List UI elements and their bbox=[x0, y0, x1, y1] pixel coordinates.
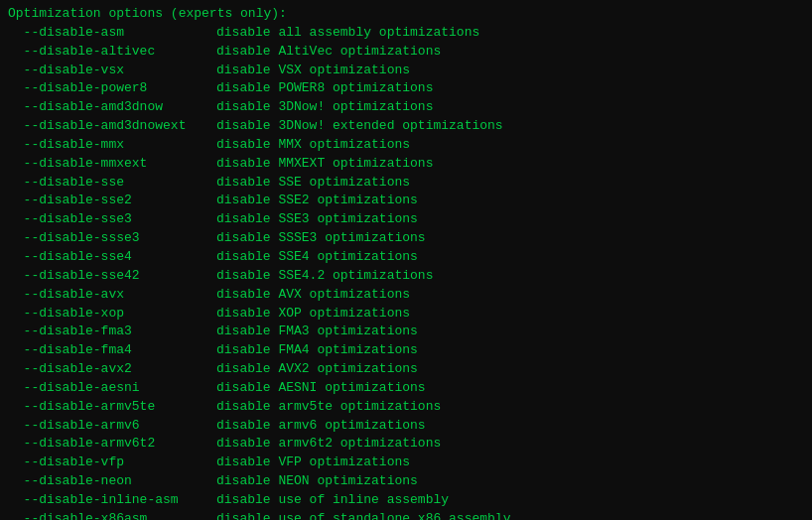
table-row: --disable-sse42 disable SSE4.2 optimizat… bbox=[8, 267, 804, 286]
flag-description: disable SSE3 optimizations bbox=[216, 210, 418, 229]
table-row: --disable-sse disable SSE optimizations bbox=[8, 174, 804, 193]
flag-option: --disable-avx2 bbox=[8, 360, 216, 379]
flag-option: --disable-asm bbox=[8, 24, 216, 43]
flag-description: disable use of inline assembly bbox=[216, 491, 449, 510]
table-row: --disable-sse4 disable SSE4 optimization… bbox=[8, 248, 804, 267]
flag-description: disable POWER8 optimizations bbox=[216, 79, 433, 98]
flag-option: --disable-armv6 bbox=[8, 417, 216, 436]
flag-description: disable AVX2 optimizations bbox=[216, 360, 418, 379]
table-row: --disable-aesni disable AESNI optimizati… bbox=[8, 379, 804, 398]
flag-option: --disable-fma3 bbox=[8, 323, 216, 341]
flag-description: disable AltiVec optimizations bbox=[216, 43, 441, 62]
table-row: --disable-vfp disable VFP optimizations bbox=[8, 454, 804, 472]
header-line: Optimization options (experts only): bbox=[8, 5, 804, 24]
flag-description: disable SSSE3 optimizations bbox=[216, 229, 426, 248]
table-row: --disable-altivec disable AltiVec optimi… bbox=[8, 43, 804, 62]
flag-description: disable SSE2 optimizations bbox=[216, 192, 418, 210]
flag-option: --disable-mmxext bbox=[8, 155, 216, 174]
flag-option: --disable-neon bbox=[8, 472, 216, 491]
flag-description: disable VFP optimizations bbox=[216, 454, 410, 472]
terminal-output: Optimization options (experts only): --d… bbox=[8, 5, 804, 520]
flag-option: --disable-sse2 bbox=[8, 192, 216, 210]
table-row: --disable-fma3 disable FMA3 optimization… bbox=[8, 323, 804, 341]
flag-description: disable armv5te optimizations bbox=[216, 398, 441, 417]
table-row: --disable-amd3dnowextdisable 3DNow! exte… bbox=[8, 117, 804, 136]
flag-description: disable FMA3 optimizations bbox=[216, 323, 418, 341]
flag-description: disable AVX optimizations bbox=[216, 286, 410, 305]
table-row: --disable-xop disable XOP optimizations bbox=[8, 305, 804, 324]
flag-description: disable FMA4 optimizations bbox=[216, 341, 418, 360]
table-row: --disable-mmx disable MMX optimizations bbox=[8, 136, 804, 155]
flag-option: --disable-x86asm bbox=[8, 510, 216, 520]
flag-description: disable AESNI optimizations bbox=[216, 379, 426, 398]
flag-option: --disable-inline-asm bbox=[8, 491, 216, 510]
flag-description: disable 3DNow! optimizations bbox=[216, 98, 433, 117]
flag-option: --disable-sse bbox=[8, 174, 216, 193]
table-row: --disable-amd3dnow disable 3DNow! optimi… bbox=[8, 98, 804, 117]
flag-option: --disable-fma4 bbox=[8, 341, 216, 360]
flag-description: disable NEON optimizations bbox=[216, 472, 418, 491]
flag-option: --disable-mmx bbox=[8, 136, 216, 155]
flag-option: --disable-xop bbox=[8, 305, 216, 324]
table-row: --disable-sse3 disable SSE3 optimization… bbox=[8, 210, 804, 229]
flag-option: --disable-vsx bbox=[8, 62, 216, 80]
table-row: --disable-armv6 disable armv6 optimizati… bbox=[8, 417, 804, 436]
flag-option: --disable-sse42 bbox=[8, 267, 216, 286]
table-row: --disable-sse2 disable SSE2 optimization… bbox=[8, 192, 804, 210]
flag-description: disable MMXEXT optimizations bbox=[216, 155, 433, 174]
table-row: --disable-mmxext disable MMXEXT optimiza… bbox=[8, 155, 804, 174]
flag-option: --disable-sse4 bbox=[8, 248, 216, 267]
flag-option: --disable-armv6t2 bbox=[8, 435, 216, 454]
table-row: --disable-inline-asmdisable use of inlin… bbox=[8, 491, 804, 510]
flag-option: --disable-amd3dnowext bbox=[8, 117, 216, 136]
table-row: --disable-fma4 disable FMA4 optimization… bbox=[8, 341, 804, 360]
table-row: --disable-x86asm disable use of standalo… bbox=[8, 510, 804, 520]
flag-option: --disable-ssse3 bbox=[8, 229, 216, 248]
flag-option: --disable-aesni bbox=[8, 379, 216, 398]
flag-description: disable XOP optimizations bbox=[216, 305, 410, 324]
flag-option: --disable-vfp bbox=[8, 454, 216, 472]
table-row: --disable-avx2 disable AVX2 optimization… bbox=[8, 360, 804, 379]
flag-option: --disable-avx bbox=[8, 286, 216, 305]
flag-option: --disable-amd3dnow bbox=[8, 98, 216, 117]
table-row: --disable-vsx disable VSX optimizations bbox=[8, 62, 804, 80]
flag-option: --disable-altivec bbox=[8, 43, 216, 62]
flag-description: disable all assembly optimizations bbox=[216, 24, 479, 43]
flag-description: disable use of standalone x86 assembly bbox=[216, 510, 510, 520]
table-row: --disable-armv5te disable armv5te optimi… bbox=[8, 398, 804, 417]
flag-description: disable 3DNow! extended optimizations bbox=[216, 117, 503, 136]
flag-description: disable SSE4.2 optimizations bbox=[216, 267, 433, 286]
flag-description: disable armv6t2 optimizations bbox=[216, 435, 441, 454]
table-row: --disable-power8 disable POWER8 optimiza… bbox=[8, 79, 804, 98]
header-text: Optimization options (experts only): bbox=[8, 5, 287, 24]
table-row: --disable-avx disable AVX optimizations bbox=[8, 286, 804, 305]
table-row: --disable-armv6t2 disable armv6t2 optimi… bbox=[8, 435, 804, 454]
flag-description: disable VSX optimizations bbox=[216, 62, 410, 80]
flag-description: disable SSE4 optimizations bbox=[216, 248, 418, 267]
flag-description: disable armv6 optimizations bbox=[216, 417, 426, 436]
table-row: --disable-ssse3 disable SSSE3 optimizati… bbox=[8, 229, 804, 248]
flag-option: --disable-armv5te bbox=[8, 398, 216, 417]
flag-description: disable MMX optimizations bbox=[216, 136, 410, 155]
flag-option: --disable-sse3 bbox=[8, 210, 216, 229]
table-row: --disable-neon disable NEON optimization… bbox=[8, 472, 804, 491]
flag-description: disable SSE optimizations bbox=[216, 174, 410, 193]
flag-option: --disable-power8 bbox=[8, 79, 216, 98]
table-row: --disable-asm disable all assembly optim… bbox=[8, 24, 804, 43]
